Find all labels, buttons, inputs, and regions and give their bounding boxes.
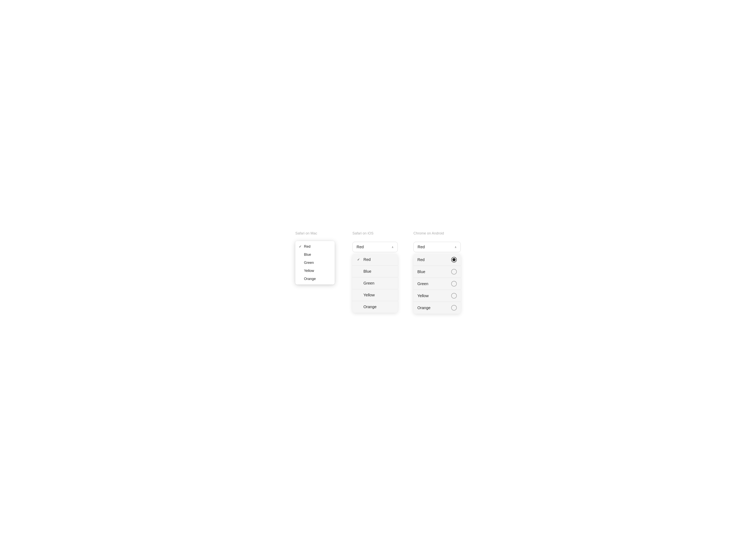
android-option-orange[interactable]: Orange: [413, 302, 461, 314]
android-chevron-up-icon: ∧: [455, 245, 457, 249]
android-radio-orange[interactable]: [451, 305, 457, 311]
ios-option-red-label: Red: [363, 257, 371, 262]
ios-chevron-up-icon: ∧: [392, 245, 394, 249]
ios-select-button[interactable]: Red ∧: [352, 242, 398, 252]
android-dropdown: Red Blue Green Yellow Orange: [413, 254, 461, 314]
android-radio-blue[interactable]: [451, 269, 457, 275]
android-radio-green[interactable]: [451, 281, 457, 287]
mac-option-blue[interactable]: Blue: [295, 250, 335, 259]
safari-ios-title: Safari on iOS: [352, 231, 373, 235]
safari-mac-title: Safari on Mac: [295, 231, 317, 235]
android-container: Red ∧ Red Blue Green Yellow: [413, 242, 461, 314]
android-option-green-label: Green: [417, 282, 428, 286]
android-option-green[interactable]: Green: [413, 278, 461, 290]
safari-ios-column: Safari on iOS Red ∧ ✓ Red Blue Green: [352, 231, 398, 313]
android-option-red-label: Red: [417, 257, 425, 262]
ios-option-green[interactable]: Green: [352, 278, 398, 289]
android-radio-yellow[interactable]: [451, 293, 457, 299]
ios-option-yellow[interactable]: Yellow: [352, 289, 398, 301]
safari-mac-column: Safari on Mac Red Blue Green Yellow Oran…: [295, 231, 337, 285]
ios-dropdown: ✓ Red Blue Green Yellow Orange: [352, 254, 398, 313]
ios-option-orange[interactable]: Orange: [352, 301, 398, 313]
chrome-android-title: Chrome on Android: [413, 231, 444, 235]
android-radio-red[interactable]: [451, 257, 457, 262]
mac-option-orange[interactable]: Orange: [295, 275, 335, 283]
mac-dropdown: Red Blue Green Yellow Orange: [295, 241, 335, 285]
android-select-button[interactable]: Red ∧: [413, 242, 461, 252]
ios-option-red[interactable]: ✓ Red: [352, 254, 398, 265]
ios-option-yellow-label: Yellow: [363, 293, 375, 297]
ios-option-blue[interactable]: Blue: [352, 265, 398, 278]
android-option-yellow[interactable]: Yellow: [413, 290, 461, 302]
ios-option-orange-label: Orange: [363, 305, 377, 309]
android-option-blue[interactable]: Blue: [413, 266, 461, 278]
android-option-red[interactable]: Red: [413, 254, 461, 266]
main-container: Safari on Mac Red Blue Green Yellow Oran…: [295, 231, 461, 314]
ios-check-red: ✓: [357, 257, 361, 262]
android-selected-value: Red: [418, 245, 425, 249]
ios-selected-value: Red: [357, 245, 364, 249]
mac-select-container: Red Blue Green Yellow Orange: [295, 242, 337, 285]
chrome-android-column: Chrome on Android Red ∧ Red Blue Green: [413, 231, 461, 314]
ios-container: Red ∧ ✓ Red Blue Green Yellow: [352, 242, 398, 313]
android-option-orange-label: Orange: [417, 306, 431, 310]
android-option-yellow-label: Yellow: [417, 294, 429, 298]
mac-option-yellow[interactable]: Yellow: [295, 267, 335, 275]
android-option-blue-label: Blue: [417, 269, 425, 274]
mac-option-red[interactable]: Red: [295, 242, 335, 250]
ios-option-blue-label: Blue: [363, 269, 371, 274]
mac-option-green[interactable]: Green: [295, 259, 335, 267]
ios-option-green-label: Green: [363, 281, 374, 286]
